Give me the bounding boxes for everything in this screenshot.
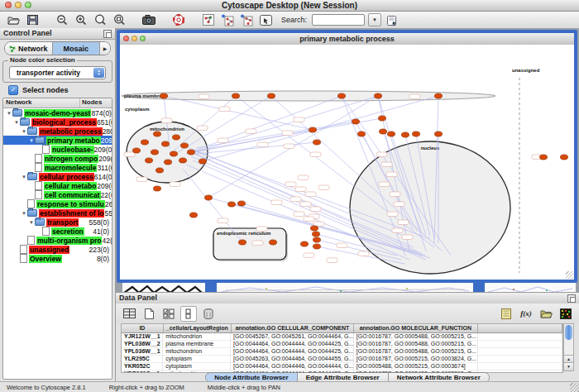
network-edge[interactable] — [196, 142, 317, 154]
tree-item-establishment-of-lo[interactable]: ▼establishment of lo558(0) — [3, 208, 112, 218]
tree-item-primary-metabo[interactable]: ▼primary metabo209(... — [3, 136, 112, 145]
attribute-batch-editor-icon[interactable] — [498, 306, 514, 322]
search-options-icon[interactable] — [384, 13, 400, 27]
network-node[interactable] — [269, 240, 276, 245]
network-view-frame[interactable]: primary metabolic process plasma membran… — [117, 30, 577, 283]
network-node[interactable] — [357, 131, 365, 136]
tree-header-network[interactable]: Network — [3, 98, 80, 108]
select-nodes-checkbox[interactable] — [8, 85, 18, 95]
tree-item-nitrogen-compo[interactable]: nitrogen compo209(0) — [3, 154, 112, 163]
table-row[interactable]: YLR295Ccytoplasm[GO:0045263, GO:0044464,… — [122, 356, 562, 363]
zoom-in-icon[interactable] — [73, 13, 89, 27]
background-window-2[interactable] — [217, 283, 473, 292]
network-frame-titlebar[interactable]: primary metabolic process — [120, 33, 574, 45]
window-resize-grip[interactable] — [570, 383, 579, 392]
import-attributes-icon[interactable] — [538, 306, 554, 322]
background-window-1[interactable] — [122, 283, 205, 292]
network-node[interactable] — [141, 140, 148, 145]
network-node[interactable] — [187, 150, 194, 155]
unselect-attributes-icon[interactable] — [180, 306, 197, 322]
function-builder-icon[interactable]: f(x) — [518, 306, 534, 322]
expand-triangle-icon[interactable]: ▼ — [28, 220, 35, 225]
network-node[interactable] — [434, 131, 442, 136]
delete-attribute-icon[interactable] — [200, 306, 217, 322]
tree-item-macromolecule[interactable]: macromolecule311(0) — [3, 163, 112, 172]
save-icon[interactable] — [24, 13, 41, 27]
table-row[interactable]: YKR052Ccytoplasm[GO:0044464, GO:0044446,… — [122, 363, 562, 370]
network-node[interactable] — [300, 241, 308, 246]
network-node[interactable] — [267, 93, 275, 98]
tree-item-overview[interactable]: Overview8(0) — [3, 254, 112, 263]
region-nucleus[interactable] — [350, 141, 510, 274]
network-overview-icon[interactable] — [200, 13, 217, 27]
zoom-selected-icon[interactable] — [111, 13, 127, 27]
network-node[interactable] — [232, 93, 239, 98]
background-window-2-border[interactable] — [205, 283, 217, 292]
network-node[interactable] — [153, 131, 160, 136]
network-node[interactable] — [539, 155, 547, 160]
network-node[interactable] — [180, 143, 188, 148]
network-node[interactable] — [179, 158, 186, 163]
help-icon[interactable] — [170, 13, 187, 27]
background-window-3-border[interactable] — [473, 283, 485, 292]
network-canvas[interactable]: plasma membranecytoplasmmitochondrionnuc… — [120, 45, 574, 280]
expand-triangle-icon[interactable]: ▼ — [21, 174, 27, 179]
table-row[interactable]: YJR121W__1mitochondrion[GO:0045267, GO:0… — [122, 333, 562, 341]
table-row[interactable]: YPL036W__1mitochondrion[GO:0044464, GO:0… — [122, 348, 562, 356]
snapshot-icon[interactable] — [141, 13, 157, 27]
tree-item-secretion[interactable]: secretion41(0) — [3, 227, 112, 236]
network-node[interactable] — [227, 202, 235, 207]
expand-triangle-icon[interactable]: ▼ — [21, 129, 27, 134]
tree-item-nucleobase-[interactable]: nucleobase-209(0) — [3, 145, 112, 154]
network-node[interactable] — [378, 116, 385, 121]
network-node[interactable] — [387, 131, 395, 136]
expand-triangle-icon[interactable]: ▼ — [21, 211, 27, 216]
search-input[interactable] — [312, 14, 365, 26]
network-node[interactable] — [237, 201, 245, 206]
network-node[interactable] — [189, 213, 197, 218]
tab-scroll-right-icon[interactable]: ▶ — [100, 42, 110, 55]
annotations-icon[interactable] — [257, 13, 274, 27]
network-node[interactable] — [560, 155, 567, 160]
network-node[interactable] — [151, 150, 158, 155]
tab-mosaic[interactable]: Mosaic — [53, 42, 101, 55]
scroll-down-icon[interactable]: ▼ — [564, 362, 573, 370]
layout-nodes-1-icon[interactable] — [219, 13, 236, 27]
network-node[interactable] — [161, 141, 169, 146]
network-node[interactable] — [160, 93, 167, 98]
tab-network[interactable]: Network — [5, 42, 53, 55]
network-node[interactable] — [374, 93, 381, 98]
column-header-extra[interactable] — [478, 324, 563, 332]
float-panel-icon[interactable] — [103, 30, 112, 38]
network-node[interactable] — [170, 151, 177, 156]
network-node[interactable] — [309, 127, 316, 132]
tree-item-metabolic-process[interactable]: ▼metabolic process280(0) — [3, 127, 112, 136]
table-scrollbar[interactable]: ▲ ▼ — [563, 323, 574, 371]
float-data-panel-icon[interactable] — [567, 294, 576, 303]
layout-nodes-2-icon[interactable] — [238, 13, 255, 27]
expand-triangle-icon[interactable]: ▼ — [13, 120, 20, 125]
network-node[interactable] — [401, 132, 409, 137]
table-scrollbar-thumb[interactable] — [565, 325, 572, 340]
search-dropdown-icon[interactable]: ▼ — [368, 13, 381, 26]
network-node[interactable] — [337, 93, 345, 98]
frame-resize-grip[interactable] — [566, 271, 573, 279]
network-node[interactable] — [310, 226, 318, 231]
select-all-attributes-icon[interactable] — [121, 306, 137, 322]
network-node[interactable] — [132, 148, 140, 153]
tree-item-multi-organism-pro[interactable]: multi-organism pro42(0) — [3, 236, 112, 245]
network-node[interactable] — [313, 244, 320, 249]
tree-item-unassigned[interactable]: unassigned223(0) — [3, 245, 112, 254]
tree-item-transport[interactable]: ▼transport558(0) — [3, 218, 112, 227]
expand-triangle-icon[interactable]: ▼ — [28, 138, 35, 143]
network-node[interactable] — [312, 232, 319, 237]
tree-header-nodes[interactable]: Nodes — [80, 98, 112, 108]
network-node[interactable] — [313, 237, 320, 242]
tree-item-response-to-stimulu[interactable]: response to stimulu264(0) — [3, 199, 112, 208]
network-node[interactable] — [164, 160, 171, 165]
open-file-icon[interactable] — [5, 13, 22, 27]
attribute-matrix-icon[interactable] — [557, 306, 574, 322]
network-node[interactable] — [199, 159, 206, 164]
network-node[interactable] — [379, 129, 386, 134]
column-header-_cellularLayoutRegion[interactable]: _cellularLayoutRegion — [164, 324, 232, 332]
